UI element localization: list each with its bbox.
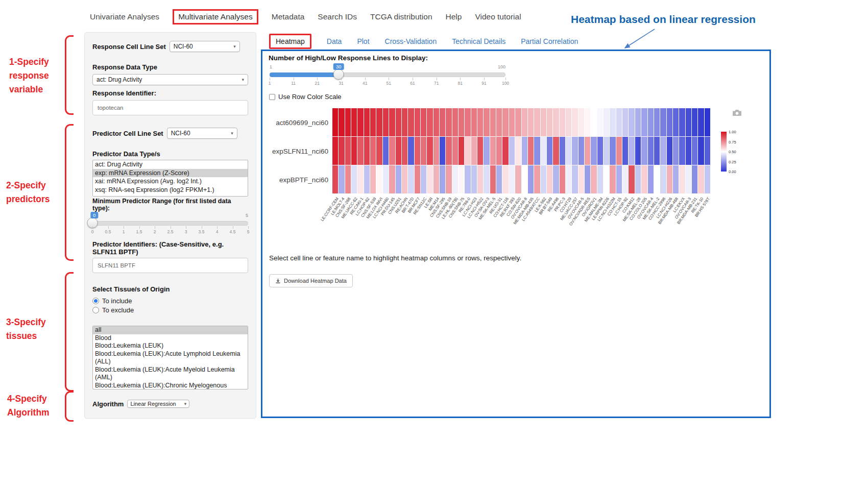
heatmap-cell bbox=[641, 137, 647, 165]
top-nav: Univariate AnalysesMultivariate Analyses… bbox=[90, 9, 521, 25]
heatmap-cell bbox=[641, 165, 647, 193]
heatmap-cell bbox=[578, 165, 584, 193]
heatmap-cell bbox=[357, 165, 363, 193]
nav-item-metadata[interactable]: Metadata bbox=[272, 12, 305, 21]
response-cell-line-set-select[interactable]: NCI-60 ▾ bbox=[170, 41, 240, 52]
slider-tick-label: 3 bbox=[185, 229, 187, 234]
heatmap-cell bbox=[622, 108, 628, 136]
algorithm-label: Algorithm bbox=[92, 400, 124, 408]
heatmap-cell bbox=[572, 108, 577, 136]
slider-track[interactable] bbox=[92, 221, 248, 226]
response-data-type-select[interactable]: act: Drug Activity ▾ bbox=[92, 74, 248, 85]
row-color-scale-checkbox[interactable] bbox=[269, 94, 275, 100]
heatmap-cell bbox=[452, 165, 458, 193]
heatmap-cell bbox=[383, 165, 389, 193]
heatmap-cell bbox=[604, 137, 609, 165]
heatmap-cell bbox=[635, 137, 641, 165]
list-option[interactable]: Blood bbox=[93, 334, 248, 343]
predictor-identifiers-value: SLFN11 BPTF bbox=[98, 262, 135, 269]
heatmap-colorbar: 1.000.750.500.250.00 bbox=[721, 132, 727, 172]
response-identifier-input[interactable]: topotecan bbox=[92, 100, 248, 115]
heatmap-cell bbox=[673, 165, 679, 193]
predictor-cell-line-set-value: NCI-60 bbox=[171, 130, 190, 137]
heatmap-cell bbox=[396, 108, 401, 136]
heatmap-cell bbox=[515, 165, 521, 193]
heatmap-cell bbox=[572, 137, 577, 165]
slider-max-label: 5 bbox=[246, 213, 248, 218]
nav-item-univariate-analyses[interactable]: Univariate Analyses bbox=[90, 12, 159, 21]
predictor-identifiers-input[interactable]: SLFN11 BPTF bbox=[92, 258, 248, 273]
tab-cross-validation[interactable]: Cross-Validation bbox=[385, 37, 437, 45]
heatmap-cell bbox=[332, 137, 338, 165]
heatmap-cell bbox=[484, 137, 489, 165]
heatmap-cell bbox=[396, 137, 401, 165]
min-predictor-range-slider[interactable]: 5000.511.522.533.544.55 bbox=[92, 212, 248, 238]
slider-tick-label: 100 bbox=[502, 81, 509, 86]
list-option[interactable]: all bbox=[93, 326, 248, 334]
row-color-scale-option[interactable]: Use Row Color Scale bbox=[269, 93, 342, 101]
heatmap-cell bbox=[541, 137, 546, 165]
heatmap-cell bbox=[332, 108, 338, 136]
slider-handle[interactable] bbox=[333, 69, 344, 80]
heatmap-cell bbox=[648, 137, 654, 165]
list-option[interactable]: Blood:Leukemia (LEUK) bbox=[93, 342, 248, 350]
heatmap-cell bbox=[402, 137, 407, 165]
tab-technical-details[interactable]: Technical Details bbox=[452, 37, 505, 45]
chevron-down-icon: ▾ bbox=[242, 77, 244, 82]
heatmap-cell bbox=[667, 165, 672, 193]
nav-item-multivariate-analyses[interactable]: Multivariate Analyses bbox=[173, 9, 258, 25]
heatmap-cell bbox=[357, 108, 363, 136]
heatmap-panel: Number of High/Low Response Lines to Dis… bbox=[261, 50, 771, 418]
heatmap-cell bbox=[364, 137, 370, 165]
camera-icon[interactable] bbox=[732, 109, 742, 116]
heatmap-x-labels: LE:CCRF-CEMLE:MOLT-4CNS:SF-268ME:UACC-62… bbox=[332, 196, 710, 247]
heatmap-cell bbox=[490, 137, 496, 165]
list-option[interactable]: exp: mRNA Expression (Z-Score) bbox=[93, 169, 248, 178]
lines-slider-label: Number of High/Low Response Lines to Dis… bbox=[269, 54, 428, 62]
slider-tick-label: 0.5 bbox=[105, 229, 111, 234]
annotation-step-1: 1-Specify response variable bbox=[9, 55, 62, 96]
list-option[interactable]: act: Drug Activity bbox=[93, 160, 248, 169]
heatmap-cell bbox=[446, 165, 451, 193]
heatmap-cell bbox=[597, 165, 603, 193]
tissue-exclude-radio[interactable]: To exclude bbox=[92, 305, 248, 314]
lines-slider[interactable]: 1100301112131415161718191100 bbox=[270, 63, 505, 90]
list-option[interactable]: Blood:Leukemia (LEUK):Acute Lymphoid Leu… bbox=[93, 350, 248, 366]
download-heatmap-button[interactable]: Download Heatmap Data bbox=[269, 274, 353, 287]
heatmap-hint: Select cell line or feature name to high… bbox=[269, 254, 521, 262]
tab-data[interactable]: Data bbox=[327, 37, 342, 45]
list-option[interactable]: Blood:Leukemia (LEUK):Chronic Myelogenou… bbox=[93, 382, 248, 390]
heatmap-cell bbox=[496, 108, 502, 136]
heatmap-cell bbox=[396, 165, 401, 193]
heatmap-cell bbox=[667, 108, 672, 136]
heatmap-cell bbox=[376, 137, 382, 165]
heatmap-row-label[interactable]: expBPTF_nci60 bbox=[262, 165, 330, 194]
nav-item-help[interactable]: Help bbox=[446, 12, 462, 21]
nav-item-video-tutorial[interactable]: Video tutorial bbox=[475, 12, 521, 21]
heatmap-row-label[interactable]: act609699_nci60 bbox=[262, 108, 330, 137]
predictor-cell-line-set-select[interactable]: NCI-60 ▾ bbox=[167, 128, 237, 139]
nav-item-tcga-distribution[interactable]: TCGA distribution bbox=[370, 12, 432, 21]
tab-plot[interactable]: Plot bbox=[357, 37, 369, 45]
tab-heatmap[interactable]: Heatmap bbox=[269, 34, 311, 49]
colorbar-tick-label: 0.25 bbox=[729, 160, 736, 164]
heatmap-cell bbox=[509, 165, 515, 193]
nav-item-search-ids[interactable]: Search IDs bbox=[318, 12, 357, 21]
heatmap-cell bbox=[496, 165, 502, 193]
heatmap-cell bbox=[522, 137, 527, 165]
heatmap-cell bbox=[471, 165, 477, 193]
tissue-include-radio[interactable]: To include bbox=[92, 296, 248, 305]
list-option[interactable]: Blood:Leukemia (LEUK):Acute Myeloid Leuk… bbox=[93, 366, 248, 382]
heatmap-cell bbox=[383, 108, 389, 136]
predictor-data-types-label: Predictor Data Type/s bbox=[92, 150, 248, 158]
list-option[interactable]: xai: mRNA Expression (Avg. log2 Int.) bbox=[93, 177, 248, 186]
algorithm-select[interactable]: Linear Regression ▾ bbox=[127, 400, 189, 408]
list-option[interactable]: xsq: RNA-seq Expression (log2 FPKM+1.) bbox=[93, 186, 248, 194]
heatmap-row-label[interactable]: expSLFN11_nci60 bbox=[262, 137, 330, 165]
slider-tick-label: 21 bbox=[315, 81, 320, 86]
tab-partial-correlation[interactable]: Partial Correlation bbox=[521, 37, 578, 45]
heatmap-cell bbox=[566, 137, 571, 165]
tissue-listbox: allBloodBlood:Leukemia (LEUK)Blood:Leuke… bbox=[92, 326, 248, 389]
heatmap-cell bbox=[686, 108, 691, 136]
heatmap-cell bbox=[490, 108, 496, 136]
